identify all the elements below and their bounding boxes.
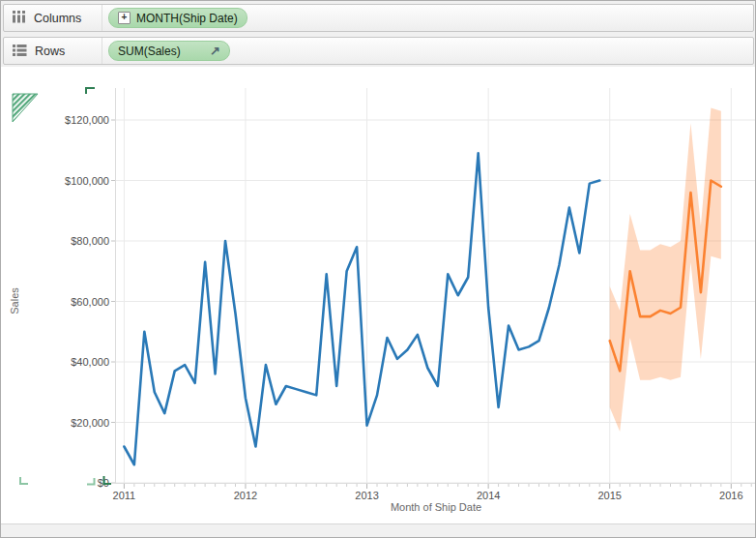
y-tick-label: $100,000	[65, 175, 109, 187]
sales-forecast-line-chart[interactable]: $0$20,000$40,000$60,000$80,000$100,000$1…	[1, 67, 756, 526]
forecast-indicator-icon: ↗	[210, 45, 220, 57]
x-axis-title: Month of Ship Date	[391, 501, 481, 513]
x-tick-label: 2012	[234, 490, 257, 501]
pill-month-ship-date[interactable]: + MONTH(Ship Date)	[108, 8, 247, 28]
forecast-confidence-band[interactable]	[610, 108, 721, 432]
rows-shelf-label: Rows	[35, 45, 65, 58]
y-tick-label: $120,000	[65, 114, 109, 126]
x-tick-label: 2013	[355, 490, 378, 501]
shelf-area: Columns + MONTH(Ship Date)	[1, 1, 756, 67]
x-tick-label: 2014	[477, 490, 500, 501]
expand-plus-icon[interactable]: +	[118, 12, 131, 24]
pill-sum-sales-label: SUM(Sales)	[118, 45, 181, 58]
x-tick-label: 2015	[597, 490, 621, 501]
rows-icon	[13, 43, 27, 60]
pill-sum-sales[interactable]: SUM(Sales) ↗	[108, 41, 230, 61]
x-tick-label: 2016	[719, 490, 742, 501]
columns-icon	[13, 10, 26, 27]
rows-shelf[interactable]: Rows SUM(Sales) ↗	[3, 37, 754, 65]
pill-month-ship-date-label: MONTH(Ship Date)	[136, 12, 238, 25]
columns-shelf-label: Columns	[34, 12, 81, 25]
y-axis-title: Sales	[9, 287, 20, 314]
bottom-scroll-strip[interactable]	[1, 523, 756, 537]
columns-shelf-header: Columns	[4, 5, 102, 31]
drop-field-corner-indicator	[13, 94, 38, 122]
rows-shelf-header: Rows	[4, 38, 102, 64]
y-tick-label: $40,000	[71, 356, 109, 368]
x-tick-label: 2011	[113, 490, 136, 501]
y-tick-label: $20,000	[71, 417, 109, 429]
columns-shelf[interactable]: Columns + MONTH(Ship Date)	[3, 4, 754, 32]
actual-sales-line[interactable]	[124, 153, 599, 464]
chart-pane[interactable]: $0$20,000$40,000$60,000$80,000$100,000$1…	[1, 67, 756, 526]
y-tick-label: $60,000	[71, 296, 109, 308]
y-tick-label: $80,000	[71, 235, 109, 247]
tableau-worksheet: Columns + MONTH(Ship Date)	[0, 0, 756, 538]
